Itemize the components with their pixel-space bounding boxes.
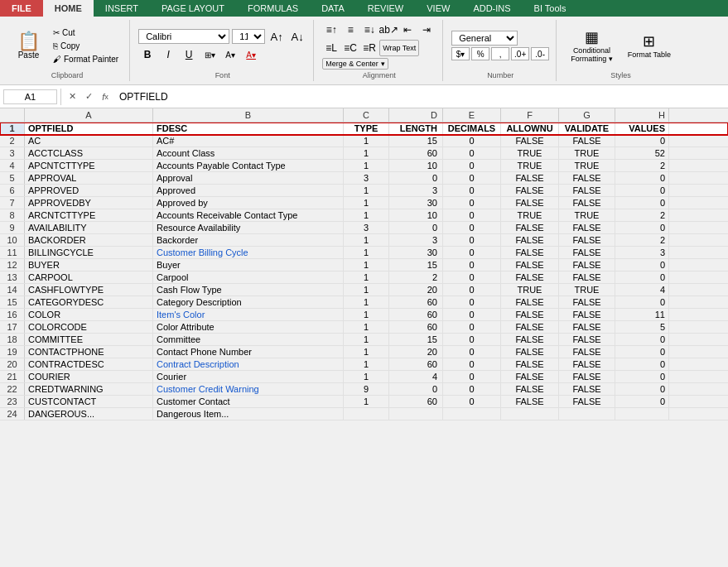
list-item[interactable]: FALSE	[559, 172, 615, 184]
col-header-a[interactable]: A	[25, 108, 153, 122]
list-item[interactable]: 1	[344, 296, 389, 308]
row-num-16[interactable]: 16	[0, 309, 25, 320]
list-item[interactable]: FALSE	[501, 309, 559, 320]
list-item[interactable]: 3	[615, 247, 669, 258]
row-num-2[interactable]: 2	[0, 135, 25, 147]
list-item[interactable]: Backorder	[153, 234, 344, 246]
list-item[interactable]: 1	[344, 185, 389, 196]
list-item[interactable]: Contact Phone Number	[153, 346, 344, 358]
list-item[interactable]: 0	[443, 296, 501, 308]
list-item[interactable]	[615, 408, 669, 420]
cut-button[interactable]: ✂ Cut	[49, 26, 123, 39]
list-item[interactable]: 60	[389, 309, 443, 320]
list-item[interactable]: FALSE	[559, 185, 615, 196]
list-item[interactable]: AC	[25, 135, 153, 147]
align-right-button[interactable]: ≡R	[360, 40, 378, 56]
list-item[interactable]: APPROVEDBY	[25, 197, 153, 209]
list-item[interactable]: BUYER	[25, 259, 153, 271]
list-item[interactable]: FALSE	[501, 396, 559, 407]
tab-data[interactable]: DATA	[310, 0, 356, 17]
align-middle-button[interactable]: ≡	[341, 22, 359, 38]
list-item[interactable]	[389, 408, 443, 420]
list-item[interactable]: Accounts Receivable Contact Type	[153, 209, 344, 221]
list-item[interactable]: TRUE	[501, 209, 559, 221]
list-item[interactable]: FALSE	[559, 334, 615, 345]
list-item[interactable]: 11	[615, 309, 669, 320]
tab-insert[interactable]: INSERT	[94, 0, 150, 17]
list-item[interactable]: 2	[615, 160, 669, 171]
list-item[interactable]: 0	[389, 383, 443, 395]
insert-function-icon[interactable]: fx	[98, 89, 113, 104]
list-item[interactable]: 0	[443, 371, 501, 382]
list-item[interactable]: 0	[443, 135, 501, 147]
col-header-c[interactable]: C	[344, 108, 389, 122]
font-shrink-button[interactable]: A↓	[288, 28, 306, 45]
list-item[interactable]: FALSE	[501, 271, 559, 283]
list-item[interactable]: TRUE	[559, 284, 615, 296]
list-item[interactable]: 1	[344, 247, 389, 258]
tab-home[interactable]: HOME	[43, 0, 94, 17]
list-item[interactable]: FALSE	[559, 234, 615, 246]
col-header-g[interactable]: G	[559, 108, 615, 122]
list-item[interactable]: Color Attribute	[153, 321, 344, 333]
list-item[interactable]: FALSE	[501, 371, 559, 382]
list-item[interactable]: 0	[615, 396, 669, 407]
list-item[interactable]: FALSE	[501, 358, 559, 370]
conditional-formatting-button[interactable]: ▦ Conditional Formatting ▾	[565, 24, 619, 67]
list-item[interactable]: 0	[443, 185, 501, 196]
confirm-formula-icon[interactable]: ✓	[81, 89, 96, 104]
list-item[interactable]: 2	[389, 271, 443, 283]
list-item[interactable]: 15	[389, 135, 443, 147]
list-item[interactable]	[559, 408, 615, 420]
row-num-13[interactable]: 13	[0, 271, 25, 283]
list-item[interactable]: 0	[443, 172, 501, 184]
list-item[interactable]: Approval	[153, 172, 344, 184]
list-item[interactable]: AC#	[153, 135, 344, 147]
row-num-24[interactable]: 24	[0, 408, 25, 420]
list-item[interactable]: 10	[389, 160, 443, 171]
list-item[interactable]: 0	[615, 358, 669, 370]
list-item[interactable]: FALSE	[559, 135, 615, 147]
header-cell-length[interactable]: LENGTH	[389, 123, 443, 134]
list-item[interactable]: 2	[615, 234, 669, 246]
list-item[interactable]: FALSE	[559, 222, 615, 233]
list-item[interactable]: 0	[443, 234, 501, 246]
list-item[interactable]: 0	[615, 371, 669, 382]
list-item[interactable]	[501, 408, 559, 420]
col-header-d[interactable]: D	[389, 108, 443, 122]
list-item[interactable]: FALSE	[501, 296, 559, 308]
text-direction-button[interactable]: ab↗	[379, 22, 398, 38]
list-item[interactable]: 0	[443, 321, 501, 333]
list-item[interactable]: 0	[443, 160, 501, 171]
header-cell-allownu[interactable]: ALLOWNU	[501, 123, 559, 134]
list-item[interactable]	[344, 408, 389, 420]
list-item[interactable]: 2	[615, 209, 669, 221]
row-num-12[interactable]: 12	[0, 259, 25, 271]
list-item[interactable]: 0	[615, 185, 669, 196]
list-item[interactable]: 1	[344, 259, 389, 271]
list-item[interactable]: 0	[615, 222, 669, 233]
list-item[interactable]: 0	[443, 358, 501, 370]
list-item[interactable]: 0	[615, 346, 669, 358]
list-item[interactable]: TRUE	[501, 284, 559, 296]
list-item[interactable]: FALSE	[559, 321, 615, 333]
list-item[interactable]: Account Class	[153, 147, 344, 159]
cancel-formula-icon[interactable]: ✕	[65, 89, 80, 104]
list-item[interactable]: FALSE	[501, 172, 559, 184]
list-item[interactable]: 1	[344, 209, 389, 221]
list-item[interactable]: 0	[443, 346, 501, 358]
header-cell-decimals[interactable]: DECIMALS	[443, 123, 501, 134]
list-item[interactable]: 0	[443, 271, 501, 283]
header-cell-type[interactable]: TYPE	[344, 123, 389, 134]
list-item[interactable]: 0	[443, 247, 501, 258]
list-item[interactable]: FALSE	[559, 259, 615, 271]
list-item[interactable]: 1	[344, 358, 389, 370]
row-num-22[interactable]: 22	[0, 383, 25, 395]
list-item[interactable]: 0	[615, 135, 669, 147]
tab-view[interactable]: VIEW	[415, 0, 461, 17]
list-item[interactable]: 0	[443, 334, 501, 345]
list-item[interactable]: FALSE	[501, 135, 559, 147]
list-item[interactable]: 1	[344, 334, 389, 345]
comma-button[interactable]: ,	[491, 47, 509, 60]
list-item[interactable]: COLOR	[25, 309, 153, 320]
